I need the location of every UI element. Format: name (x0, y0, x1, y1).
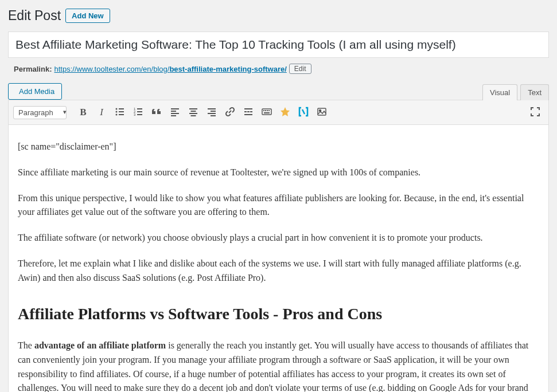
align-left-button[interactable] (166, 104, 184, 121)
svg-rect-30 (244, 114, 252, 115)
permalink-base-link[interactable]: https://www.tooltester.com/en/blog/ (54, 65, 169, 73)
align-center-icon (188, 106, 199, 119)
content-paragraph: Since affiliate marketing is our main so… (18, 166, 539, 180)
blockquote-button[interactable] (148, 104, 165, 121)
svg-rect-9 (137, 108, 142, 109)
svg-point-6 (116, 113, 118, 115)
keyboard-icon (261, 106, 272, 119)
permalink-edit-button[interactable]: Edit (289, 64, 311, 74)
svg-rect-19 (191, 111, 196, 112)
bullet-list-button[interactable] (111, 104, 128, 121)
content-paragraph: The affiliate software (or network) you … (18, 231, 539, 245)
svg-rect-5 (119, 111, 124, 112)
svg-rect-11 (137, 111, 142, 112)
permalink-slug-link[interactable]: best-affiliate-marketing-software/ (169, 65, 286, 73)
content-paragraph: The advantage of an affiliate platform i… (18, 339, 539, 392)
bullet-list-icon (114, 106, 126, 119)
align-left-icon (169, 106, 181, 119)
editor-toolbar: Paragraph B I 123 (8, 100, 549, 125)
editor-content[interactable]: [sc name="disclaimer-en"] Since affiliat… (8, 125, 549, 392)
svg-rect-24 (208, 113, 216, 114)
svg-rect-18 (189, 108, 197, 109)
tab-text[interactable]: Text (520, 84, 549, 100)
svg-rect-23 (211, 111, 216, 112)
image-button[interactable] (313, 104, 330, 121)
align-right-icon (206, 106, 217, 119)
shortcode-button[interactable] (295, 104, 312, 121)
svg-rect-22 (208, 108, 216, 109)
star-button[interactable] (276, 104, 294, 121)
numbered-list-button[interactable]: 123 (130, 104, 147, 121)
svg-point-4 (116, 111, 118, 112)
svg-rect-14 (171, 108, 179, 109)
bold-button[interactable]: B (75, 104, 92, 121)
fullscreen-button[interactable] (527, 104, 544, 121)
italic-button[interactable]: I (93, 104, 110, 121)
svg-rect-33 (265, 110, 266, 111)
content-shortcode: [sc name="disclaimer-en"] (18, 140, 539, 154)
permalink-label: Permalink: (14, 65, 52, 73)
svg-text:3: 3 (134, 113, 136, 116)
image-icon (316, 106, 328, 119)
fullscreen-icon (529, 106, 541, 119)
page-title: Edit Post (8, 8, 61, 23)
svg-rect-36 (264, 112, 270, 113)
svg-rect-20 (189, 113, 197, 114)
post-title-input[interactable] (9, 32, 548, 57)
svg-rect-26 (244, 108, 252, 109)
align-right-button[interactable] (203, 104, 220, 121)
svg-rect-16 (171, 113, 179, 114)
star-icon (279, 106, 291, 119)
svg-rect-13 (137, 114, 142, 115)
svg-rect-31 (262, 109, 271, 115)
link-button[interactable] (221, 104, 239, 121)
svg-rect-34 (267, 110, 268, 111)
editor-mode-tabs: Visual Text (482, 84, 549, 100)
svg-rect-29 (250, 111, 252, 112)
svg-rect-27 (244, 111, 247, 112)
content-paragraph: Therefore, let me explain what I like an… (18, 257, 539, 285)
title-container (8, 32, 549, 58)
svg-rect-32 (263, 110, 264, 111)
italic-icon: I (100, 107, 103, 118)
content-paragraph: From this unique perspective, I would li… (18, 191, 539, 220)
svg-rect-7 (119, 114, 124, 115)
svg-rect-15 (171, 111, 176, 112)
shortcode-icon (298, 106, 309, 119)
svg-rect-21 (191, 115, 196, 116)
format-select[interactable]: Paragraph (13, 106, 67, 119)
svg-rect-35 (268, 110, 270, 111)
svg-rect-28 (247, 111, 250, 112)
toolbar-toggle-button[interactable] (258, 104, 275, 121)
content-heading: Affiliate Platforms vs Software Tools - … (18, 301, 539, 326)
align-center-button[interactable] (185, 104, 202, 121)
permalink-row: Permalink: https://www.tooltester.com/en… (8, 61, 549, 81)
quote-icon (151, 106, 162, 119)
tab-visual[interactable]: Visual (482, 84, 517, 100)
add-media-button[interactable]: Add Media (8, 83, 62, 100)
svg-point-2 (116, 108, 118, 109)
read-more-button[interactable] (240, 104, 257, 121)
add-new-button[interactable]: Add New (65, 9, 110, 23)
read-more-icon (243, 106, 254, 119)
svg-rect-17 (171, 115, 176, 116)
numbered-list-icon: 123 (133, 106, 144, 119)
svg-rect-3 (119, 108, 124, 109)
svg-rect-25 (211, 115, 216, 116)
add-media-label: Add Media (19, 87, 54, 96)
bold-icon: B (80, 107, 86, 118)
link-icon (224, 106, 236, 119)
